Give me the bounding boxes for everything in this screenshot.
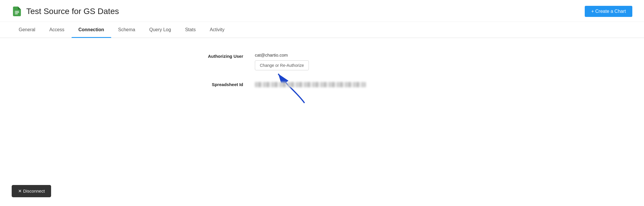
connection-form: Authorizing User cat@chartio.com Change … (191, 53, 453, 87)
tab-connection[interactable]: Connection (72, 22, 111, 38)
authorizing-user-label: Authorizing User (191, 53, 243, 59)
page-header: Test Source for GS Dates + Create a Char… (0, 0, 644, 22)
tab-query-log[interactable]: Query Log (142, 22, 178, 38)
spreadsheet-id-label: Spreadsheet Id (191, 81, 243, 87)
tab-stats[interactable]: Stats (178, 22, 203, 38)
authorizing-user-value-container: cat@chartio.com Change or Re-Authorize (255, 53, 309, 70)
main-content: Authorizing User cat@chartio.com Change … (0, 38, 644, 109)
authorizing-user-email: cat@chartio.com (255, 53, 309, 57)
header-left: Test Source for GS Dates (12, 6, 119, 17)
tab-general[interactable]: General (12, 22, 42, 38)
sheets-icon (12, 6, 22, 17)
spreadsheet-id-value-container (255, 81, 366, 87)
tab-navigation: General Access Connection Schema Query L… (0, 22, 644, 38)
authorizing-user-row: Authorizing User cat@chartio.com Change … (191, 53, 453, 70)
page-title: Test Source for GS Dates (26, 7, 119, 16)
annotation-arrow (272, 71, 313, 106)
tab-schema[interactable]: Schema (111, 22, 142, 38)
reauth-button[interactable]: Change or Re-Authorize (255, 60, 309, 70)
create-chart-button[interactable]: + Create a Chart (585, 6, 632, 17)
spreadsheet-id-row: Spreadsheet Id (191, 81, 453, 87)
tab-activity[interactable]: Activity (203, 22, 232, 38)
spreadsheet-id-value (255, 82, 366, 87)
svg-rect-2 (15, 14, 18, 14)
tab-access[interactable]: Access (42, 22, 72, 38)
